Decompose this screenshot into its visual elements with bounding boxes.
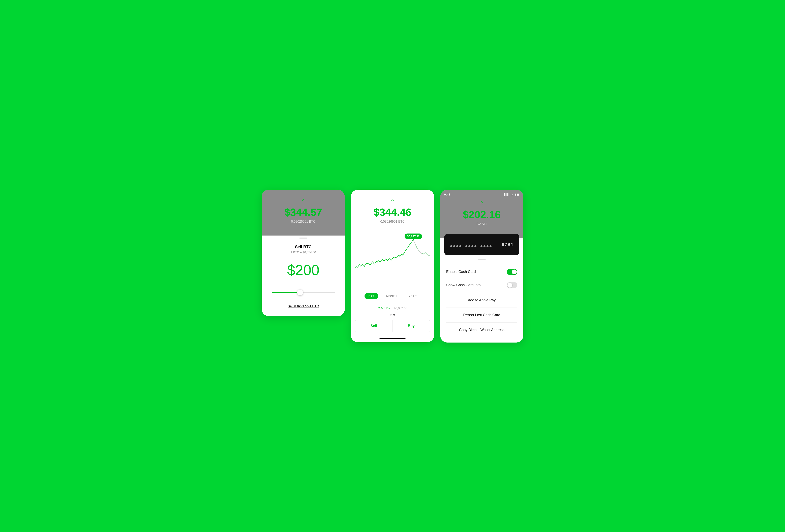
cash-card: 6794 [444,234,519,255]
cash-label: CASH [444,222,519,226]
enable-cash-card-label: Enable Cash Card [446,270,476,274]
cash-card-sheet: Enable Cash Card Show Cash Card Info Add… [440,255,523,343]
btc-usd-value-s2: $344.46 [357,206,428,218]
bitcoin-chart-screen: ^ $344.46 0.05026901 BTC $6,637.92 DAY M… [351,190,434,342]
top-section-s3: 9:43 ▌▌▌ ▲ ▮▮▮ ^ $202.16 CASH [440,190,523,238]
status-time: 9:43 [444,193,450,196]
sheet-handle-s1 [299,238,307,239]
top-section-s1: ^ $344.57 0.05026901 BTC [262,190,345,236]
card-group-1 [450,245,461,247]
card-dot [469,245,471,247]
card-dot [489,245,491,247]
tab-day[interactable]: DAY [364,293,378,299]
card-dot [465,245,467,247]
wifi-icon: ▲ [511,193,513,196]
card-group-3 [480,245,491,247]
action-buttons: Sell Buy [355,320,430,332]
home-indicator-s2 [379,338,406,339]
card-dot [453,245,455,247]
btc-amount-s1: 0.05026901 BTC [268,220,339,223]
chevron-up-icon-s1: ^ [268,198,339,204]
card-dot [486,245,488,247]
copy-bitcoin-wallet-item[interactable]: Copy Bitcoin Wallet Address [446,323,517,337]
show-cash-card-info-toggle[interactable] [507,282,517,288]
status-bar: 9:43 ▌▌▌ ▲ ▮▮▮ [444,193,519,196]
slider-thumb[interactable] [297,290,303,295]
card-dots [450,245,491,247]
screens-container: ^ $344.57 0.05026901 BTC Sell BTC 1 BTC … [262,190,523,343]
divider-3 [446,322,517,323]
chart-area: $6,637.92 [351,232,434,288]
sell-button[interactable]: Sell [355,320,392,332]
card-dot [459,245,461,247]
time-tabs: DAY MONTH YEAR [351,290,434,302]
buy-button[interactable]: Buy [393,320,430,332]
divider-2 [446,308,517,308]
chart-tooltip: $6,637.92 [405,234,422,239]
sell-btc-screen: ^ $344.57 0.05026901 BTC Sell BTC 1 BTC … [262,190,345,316]
sell-amount: $200 [268,262,339,278]
card-dot [483,245,485,247]
btc-usd-value-s1: $344.57 [268,206,339,218]
divider-1 [446,293,517,293]
stats-row: ⬆ 5.01% $6,852.38 [351,304,434,312]
card-dot [475,245,476,247]
sell-btc-label: Sell 0.02917791 BTC [268,304,339,308]
card-dot [480,245,482,247]
card-dot [456,245,458,247]
top-section-s2: ^ $344.46 0.05026901 BTC [351,190,434,232]
card-last4: 6794 [502,242,513,247]
toggle-knob-show [507,283,512,288]
dot-1 [390,314,392,316]
sell-title: Sell BTC [268,245,339,249]
cash-value: $202.16 [444,209,519,221]
show-cash-card-info-row: Show Cash Card Info [446,278,517,292]
card-group-2 [465,245,476,247]
report-lost-card-item[interactable]: Report Lost Cash Card [446,309,517,322]
sell-btc-sheet: Sell BTC 1 BTC = $6,854.50 $200 Sell 0.0… [262,232,345,316]
slider-fill [272,292,300,293]
dot-2 [393,314,395,316]
enable-cash-card-row: Enable Cash Card [446,265,517,278]
sheet-handle-s3 [478,259,486,260]
add-to-apple-pay-item[interactable]: Add to Apple Pay [446,294,517,307]
enable-cash-card-toggle[interactable] [507,269,517,275]
tab-month[interactable]: MONTH [382,293,401,299]
amount-slider[interactable] [272,288,335,296]
cash-card-screen: 9:43 ▌▌▌ ▲ ▮▮▮ ^ $202.16 CASH [440,190,523,343]
status-icons: ▌▌▌ ▲ ▮▮▮ [504,193,519,196]
chevron-up-icon-s2: ^ [357,198,428,204]
battery-icon: ▮▮▮ [515,193,519,196]
signal-icon: ▌▌▌ [504,193,509,196]
btc-amount-s2: 0.05026901 BTC [357,220,428,223]
card-dot [472,245,474,247]
card-dot [450,245,452,247]
toggle-knob-enable [512,269,517,274]
chevron-up-icon-s3: ^ [444,200,519,207]
pagination-dots [351,312,434,320]
show-cash-card-info-label: Show Cash Card Info [446,283,481,287]
tab-year[interactable]: YEAR [405,293,421,299]
sell-rate: 1 BTC = $6,854.50 [268,250,339,254]
stats-change: ⬆ 5.01% [378,306,390,310]
stats-price: $6,852.38 [394,306,407,310]
